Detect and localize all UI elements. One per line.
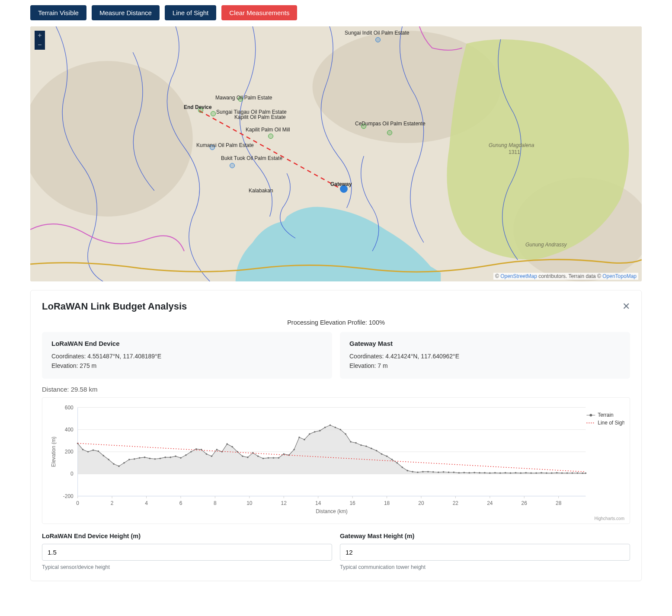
svg-text:6: 6 (179, 500, 182, 506)
processing-status: Processing Elevation Profile: 100% (42, 319, 630, 326)
svg-point-72 (195, 448, 197, 450)
gateway-height-input[interactable] (340, 544, 630, 561)
gateway-coords: Coordinates: 4.421424°N, 117.640962°E (349, 351, 621, 361)
svg-point-70 (185, 454, 187, 456)
svg-text:24: 24 (487, 500, 493, 506)
svg-point-111 (397, 462, 398, 464)
svg-point-96 (319, 430, 321, 431)
gateway-height-group: Gateway Mast Height (m) Typical communic… (340, 533, 630, 570)
svg-point-135 (520, 472, 522, 474)
svg-point-66 (164, 456, 166, 458)
svg-text:20: 20 (418, 500, 424, 506)
svg-text:12: 12 (281, 500, 287, 506)
svg-point-59 (128, 459, 130, 460)
svg-point-120 (443, 471, 445, 473)
svg-point-82 (247, 456, 249, 458)
svg-point-58 (123, 462, 125, 464)
svg-point-57 (118, 465, 120, 467)
svg-point-60 (134, 458, 135, 460)
svg-point-55 (108, 459, 109, 460)
zoom-in-button[interactable]: + (35, 31, 45, 40)
mountain-label: Gunung Andrassy (525, 242, 567, 248)
poi-marker (268, 134, 273, 139)
poi-label: Bukit Tuok Oil Palm Estate (221, 155, 282, 161)
svg-text:0: 0 (76, 500, 79, 506)
end-device-coords: Coordinates: 4.551487°N, 117.408189°E (51, 351, 323, 361)
measure-distance-button[interactable]: Measure Distance (92, 5, 160, 20)
poi-label: Kalabakan (249, 188, 273, 194)
osm-link[interactable]: OpenStreetMap (500, 273, 537, 279)
svg-point-56 (113, 463, 115, 465)
svg-point-140 (546, 472, 547, 474)
zoom-control: + − (35, 31, 45, 50)
svg-point-119 (438, 471, 439, 473)
line-of-sight-button[interactable]: Line of Sight (165, 5, 216, 20)
svg-text:10: 10 (246, 500, 253, 506)
svg-point-62 (144, 456, 146, 458)
svg-text:26: 26 (522, 500, 528, 506)
svg-point-113 (406, 470, 408, 472)
svg-point-93 (304, 439, 305, 440)
svg-text:Terrain: Terrain (598, 412, 614, 418)
elevation-chart[interactable]: -20002004006000246810121416182022242628D… (42, 397, 630, 524)
svg-point-137 (530, 472, 532, 474)
link-budget-panel: LoRaWAN Link Budget Analysis ✕ Processin… (30, 290, 642, 581)
svg-point-104 (360, 444, 362, 446)
end-device-elevation: Elevation: 275 m (51, 361, 323, 370)
svg-point-91 (293, 449, 295, 450)
svg-text:8: 8 (214, 500, 217, 506)
svg-point-124 (463, 472, 465, 473)
svg-point-123 (458, 472, 460, 474)
poi-label: Kumansi Oil Palm Estate (196, 142, 254, 148)
close-icon[interactable]: ✕ (622, 301, 630, 312)
svg-text:14: 14 (315, 500, 321, 506)
svg-point-94 (309, 433, 310, 435)
svg-point-116 (422, 471, 424, 472)
zoom-out-button[interactable]: − (35, 40, 45, 50)
svg-point-74 (206, 453, 208, 455)
end-device-height-input[interactable] (42, 544, 332, 561)
otm-link[interactable]: OpenTopoMap (602, 273, 637, 279)
svg-point-63 (149, 457, 151, 459)
map-attribution: © OpenStreetMap contributors. Terrain da… (493, 273, 638, 280)
svg-text:400: 400 (65, 427, 74, 433)
mountain-label: Gunung Magdalena (489, 142, 534, 148)
poi-marker (375, 37, 381, 42)
svg-point-136 (525, 472, 527, 474)
poi-marker (211, 111, 216, 116)
poi-label: Mawang Oil Palm Estate (215, 95, 272, 101)
svg-point-127 (479, 472, 480, 474)
map-toolbar: Terrain Visible Measure Distance Line of… (17, 0, 655, 26)
svg-point-78 (226, 443, 228, 445)
clear-measurements-button[interactable]: Clear Measurements (221, 5, 297, 20)
svg-point-117 (427, 471, 429, 472)
poi-label: Kapilit Oil Palm Estate (234, 114, 286, 120)
terrain-visible-button[interactable]: Terrain Visible (30, 5, 86, 20)
svg-point-130 (494, 472, 496, 474)
svg-point-143 (561, 472, 563, 474)
svg-point-88 (278, 457, 280, 459)
svg-text:22: 22 (453, 500, 459, 506)
svg-point-97 (324, 427, 326, 428)
svg-text:200: 200 (65, 449, 74, 455)
svg-point-139 (541, 472, 542, 474)
svg-point-87 (273, 457, 275, 459)
gateway-label: Gateway (330, 181, 352, 187)
svg-point-69 (180, 457, 182, 459)
svg-point-68 (175, 455, 176, 457)
poi-marker (230, 163, 235, 168)
svg-text:28: 28 (556, 500, 562, 506)
svg-point-84 (257, 455, 259, 457)
svg-point-102 (350, 441, 352, 443)
svg-text:600: 600 (65, 404, 74, 410)
svg-point-146 (577, 472, 579, 474)
svg-point-132 (505, 472, 506, 474)
svg-point-129 (489, 472, 491, 474)
svg-point-101 (345, 433, 346, 435)
svg-point-89 (283, 453, 285, 455)
map-container[interactable]: + − End Device Gateway Sungai Indit Oil … (30, 26, 642, 281)
svg-point-64 (154, 458, 156, 460)
svg-point-54 (102, 455, 104, 456)
svg-point-105 (365, 445, 367, 447)
svg-point-103 (355, 442, 357, 444)
